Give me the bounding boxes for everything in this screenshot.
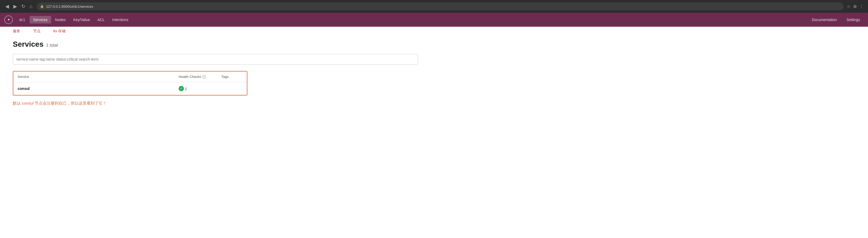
refresh-button[interactable]: ↻ [20,2,26,10]
health-cell: ✓ 1 [179,86,221,91]
subtitle-bar: 服务 节点 kv 存储 [0,27,868,34]
table-row[interactable]: consul ✓ 1 [13,82,247,95]
navbar-right: Documentation Settings [808,16,864,24]
nav-key-value[interactable]: Key/Value [69,16,94,24]
services-table: Service Health Checks i Tags consul ✓ 1 [13,71,247,95]
col-health-header: Health Checks i [179,75,221,79]
nav-settings[interactable]: Settings [843,16,864,24]
health-count: 1 [185,87,187,91]
service-name: consul [18,86,179,91]
nav-intentions[interactable]: Intentions [108,16,132,24]
annotation-text: 默认 consul 节点会注册到自己，所以这里看到了它！ [13,101,106,106]
subtitle-nodes: 节点 [33,29,40,34]
search-container [13,54,855,65]
nav-nodes[interactable]: Nodes [51,16,69,24]
browser-nav-buttons: ◀ ▶ ↻ ⌂ [4,2,34,10]
table-header: Service Health Checks i Tags [13,71,247,82]
consul-logo: ✦ [4,16,13,24]
navbar: ✦ dc1 Services Nodes Key/Value ACL Inten… [0,13,868,27]
subtitle-kv: kv 存储 [53,29,66,34]
main-content: Services 1 total Service Health Checks i… [0,34,868,112]
col-service-header: Service [18,75,179,79]
health-info-icon[interactable]: i [202,75,206,79]
dc-label[interactable]: dc1 [19,18,25,22]
bookmark-icon[interactable]: ☆ [847,4,850,9]
col-tags-header: Tags [221,75,243,79]
health-green-icon: ✓ [179,86,184,91]
url-text: 127.0.0.1:8500/ui/dc1/services [46,4,93,8]
lock-icon: 🔒 [40,4,44,8]
total-count: 1 total [46,43,58,48]
page-title: Services [13,40,43,49]
address-bar[interactable]: 🔒 127.0.0.1:8500/ui/dc1/services [37,2,843,10]
annotation: 默认 consul 节点会注册到自己，所以这里看到了它！ [13,101,855,106]
extensions-icon[interactable]: ⚙ [853,4,857,9]
logo-text: ✦ [7,18,10,22]
nav-documentation[interactable]: Documentation [808,16,841,24]
nav-acl[interactable]: ACL [94,16,108,24]
back-button[interactable]: ◀ [4,2,10,10]
home-button[interactable]: ⌂ [29,3,34,10]
consul-logo-circle: ✦ [4,16,13,24]
nav-services[interactable]: Services [30,16,52,24]
health-check-badge: ✓ 1 [179,86,187,91]
browser-actions: ☆ ⚙ ⋮ [847,4,864,9]
search-input[interactable] [13,54,418,65]
forward-button[interactable]: ▶ [12,2,18,10]
subtitle-services: 服务 [13,29,20,34]
menu-icon[interactable]: ⋮ [860,4,864,9]
page-title-row: Services 1 total [13,40,855,49]
browser-chrome: ◀ ▶ ↻ ⌂ 🔒 127.0.0.1:8500/ui/dc1/services… [0,0,868,13]
